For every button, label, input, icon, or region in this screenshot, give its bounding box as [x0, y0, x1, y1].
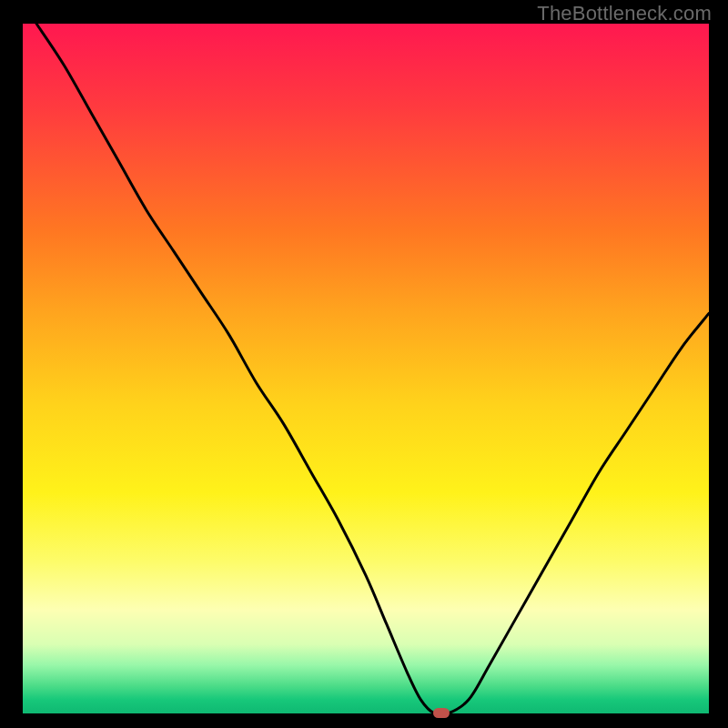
optimal-marker — [433, 708, 450, 718]
bottleneck-curve-path — [36, 24, 709, 715]
chart-frame: TheBottleneck.com — [0, 0, 728, 728]
chart-curve-layer — [23, 24, 709, 713]
watermark-text: TheBottleneck.com — [537, 2, 712, 25]
